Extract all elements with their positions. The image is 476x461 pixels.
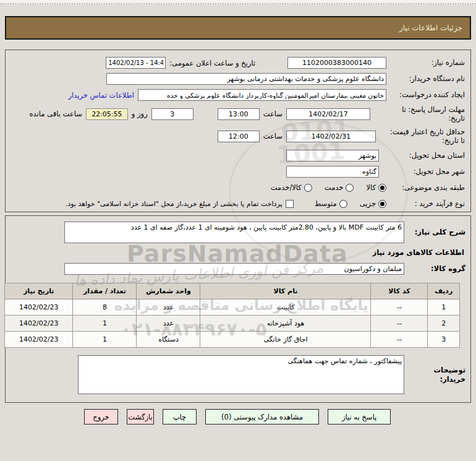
table-cell: 1402/02/23 — [5, 316, 73, 332]
countdown-timer: 22:05:55 — [86, 108, 128, 120]
process-type-medium-radio[interactable] — [339, 200, 347, 208]
view-attachments-button[interactable]: مشاهده مدارک پیوستی (0) — [205, 409, 319, 424]
goods-table: ردیفکد کالانام کالاواحد شمارشتعداد / مقد… — [4, 283, 460, 348]
table-cell: -- — [371, 299, 428, 316]
table-cell: 8 — [73, 299, 137, 316]
province-field[interactable] — [286, 150, 379, 162]
page-title-bar: جزئیات اطلاعات نیاز — [5, 16, 471, 40]
buyer-org-field[interactable] — [106, 73, 386, 85]
price-validity-row: حداقل تاریخ اعتبار قیمت: تا تاریخ: ساعت — [9, 127, 465, 145]
process-type-medium-label: متوسط — [315, 199, 337, 208]
treasury-payment-checkbox[interactable] — [286, 200, 294, 208]
process-type-label: نوع فرآیند خرید : — [386, 199, 465, 208]
exit-button[interactable]: خروج — [84, 409, 118, 424]
announce-datetime-label: تاریخ و ساعت اعلان عمومی: — [169, 59, 255, 67]
classification-goods-service-label: کالا/خدمت — [271, 183, 302, 192]
price-validity-time-field[interactable] — [218, 131, 260, 142]
table-row: 2--هود آشپزخانهعدد11402/02/23 — [5, 316, 460, 332]
table-row: 3--اجاق گاز خانگیدستگاه11402/02/23 — [5, 332, 460, 348]
price-validity-label: حداقل تاریخ اعتبار قیمت: تا تاریخ: — [386, 127, 465, 145]
table-cell: اجاق گاز خانگی — [200, 332, 371, 348]
table-row: 1--کابینتعدد81402/02/23 — [5, 299, 460, 316]
reply-deadline-label: مهلت ارسال پاسخ: تا تاریخ: — [386, 105, 465, 123]
buyer-notes-label: توضیحات خریدار: — [404, 366, 465, 384]
announce-datetime-field[interactable] — [106, 57, 166, 69]
goods-group-label: گروه کالا: — [404, 264, 465, 273]
table-cell: -- — [371, 332, 428, 348]
classification-goods-label: کالا — [366, 183, 376, 192]
table-cell: 1 — [73, 316, 137, 332]
reply-to-need-button[interactable]: پاسخ به نیاز — [328, 409, 391, 424]
price-validity-hour-label: ساعت — [263, 132, 283, 140]
table-cell: 1 — [428, 299, 460, 316]
buyer-notes-row: توضیحات خریدار: پیشفاکتور ، شماره تماس ج… — [9, 355, 465, 394]
table-header-cell: واحد شمارش — [137, 283, 200, 299]
province-label: استان محل تحویل: — [386, 151, 465, 160]
classification-label: طبقه بندی موضوعی: — [386, 183, 465, 192]
table-cell: -- — [371, 316, 428, 332]
table-header-cell: تاریخ نیاز — [5, 283, 73, 299]
action-buttons: پاسخ به نیاز مشاهده مدارک پیوستی (0) چاپ… — [84, 409, 391, 424]
buyer-org-label: نام دستگاه خریدار: — [386, 74, 465, 83]
table-cell: دستگاه — [137, 332, 200, 348]
city-field[interactable] — [286, 166, 379, 178]
goods-group-field[interactable] — [64, 263, 404, 275]
request-creator-label: ایجاد کننده درخواست: — [386, 90, 465, 99]
need-description-label: شرح کلی نیاز: — [404, 228, 465, 236]
table-cell: عدد — [137, 299, 200, 316]
need-description-field[interactable]: 6 متر کابینت MDF بالا و پایین، 2.80متر ک… — [64, 222, 404, 243]
need-number-row: شماره نیاز: تاریخ و ساعت اعلان عمومی: — [9, 57, 465, 69]
buyer-org-row: نام دستگاه خریدار: — [9, 73, 465, 85]
table-header-row: ردیفکد کالانام کالاواحد شمارشتعداد / مقد… — [5, 283, 460, 299]
classification-service-label: خدمت — [325, 183, 344, 192]
classification-row: طبقه بندی موضوعی: کالا خدمت کالا/خدمت — [9, 182, 465, 194]
table-cell: 1 — [73, 332, 137, 348]
reply-deadline-row: مهلت ارسال پاسخ: تا تاریخ: ساعت روز و 22… — [9, 105, 465, 123]
table-cell: 1402/02/23 — [5, 332, 73, 348]
buyer-contact-link[interactable]: اطلاعات تماس خریدار — [68, 91, 134, 100]
reply-deadline-date-field[interactable] — [286, 108, 370, 120]
request-creator-row: ایجاد کننده درخواست: اطلاعات تماس خریدار — [9, 89, 465, 101]
page-title: جزئیات اطلاعات نیاز — [399, 24, 462, 32]
need-number-field[interactable] — [287, 57, 386, 69]
back-button[interactable]: بازگشت — [127, 409, 154, 424]
table-cell: کابینت — [200, 299, 371, 316]
top-dotted-divider — [0, 0, 476, 4]
need-info-panel: شماره نیاز: تاریخ و ساعت اعلان عمومی: نا… — [5, 50, 471, 212]
request-creator-field[interactable] — [138, 89, 386, 101]
classification-goods-service-radio[interactable] — [304, 184, 312, 192]
table-cell: 3 — [428, 332, 460, 348]
classification-goods-radio[interactable] — [378, 184, 386, 192]
reply-deadline-days-label: روز و — [132, 110, 148, 118]
process-type-minor-radio[interactable] — [378, 200, 386, 208]
table-header-cell: ردیف — [428, 283, 460, 299]
table-cell: عدد — [137, 316, 200, 332]
remaining-hours-label: ساعت باقی مانده — [30, 110, 82, 118]
reply-deadline-days-field[interactable] — [151, 108, 193, 120]
city-label: شهر محل تحویل: — [386, 167, 465, 176]
city-row: شهر محل تحویل: — [9, 166, 465, 178]
table-cell: 1402/02/23 — [5, 299, 73, 316]
buyer-notes-field[interactable]: پیشفاکتور ، شماره تماس جهت هماهنگی — [78, 355, 404, 394]
need-description-row: شرح کلی نیاز: 6 متر کابینت MDF بالا و پا… — [9, 222, 465, 243]
goods-info-panel: شرح کلی نیاز: 6 متر کابینت MDF بالا و پا… — [5, 215, 471, 403]
print-button[interactable]: چاپ — [163, 409, 197, 424]
table-header-cell: کد کالا — [371, 283, 428, 299]
goods-group-row: گروه کالا: — [9, 263, 465, 275]
table-header-cell: نام کالا — [200, 283, 371, 299]
need-details-page: { "page": { "title": "جزئیات اطلاعات نیا… — [0, 0, 476, 461]
classification-service-radio[interactable] — [346, 184, 354, 192]
process-type-minor-label: جزیی — [360, 199, 376, 208]
table-header-cell: تعداد / مقدار — [73, 283, 137, 299]
need-number-label: شماره نیاز: — [386, 58, 465, 67]
reply-deadline-hour-label: ساعت — [263, 110, 283, 118]
table-cell: هود آشپزخانه — [200, 316, 371, 332]
reply-deadline-time-field[interactable] — [218, 108, 260, 120]
province-row: استان محل تحویل: — [9, 150, 465, 162]
treasury-payment-label: پرداخت تمام یا بخشی از مبلغ خرید،از محل … — [66, 200, 283, 208]
price-validity-date-field[interactable] — [286, 131, 376, 142]
goods-section-heading: اطلاعات کالاهای مورد نیاز — [9, 248, 464, 257]
process-type-row: نوع فرآیند خرید : جزیی متوسط پرداخت تمام… — [9, 198, 465, 210]
table-cell: 2 — [428, 316, 460, 332]
